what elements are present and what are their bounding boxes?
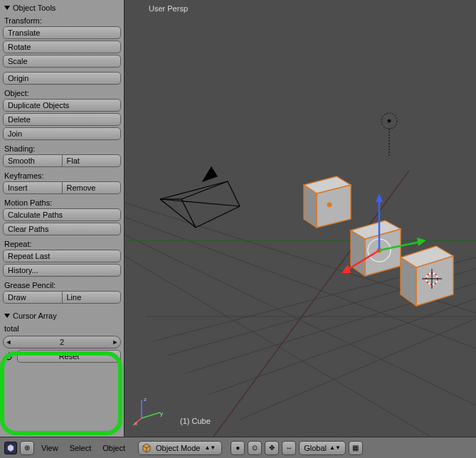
history-button[interactable]: History... (3, 264, 121, 277)
svg-line-4 (240, 319, 476, 420)
3d-viewport[interactable]: User Persp (125, 0, 476, 437)
section-label-object: Object: (3, 86, 121, 99)
orientation-dropdown[interactable]: Global ▲▼ (299, 441, 346, 455)
origin-button[interactable]: Origin (3, 72, 121, 85)
cube-1 (304, 176, 351, 228)
gp-draw-button[interactable]: Draw (3, 291, 63, 304)
calculate-paths-button[interactable]: Calculate Paths (3, 208, 121, 221)
viewport-header: ⊕ View Select Object Object Mode ▲▼ ● ⊙ … (0, 437, 476, 458)
active-object-label: (1) Cube (180, 417, 211, 425)
cube-icon (142, 443, 152, 453)
svg-point-19 (327, 203, 332, 208)
manipulator-translate-icon[interactable]: ↔ (282, 441, 296, 455)
shading-solid-icon[interactable]: ● (231, 441, 245, 455)
shade-flat-button[interactable]: Flat (63, 154, 122, 167)
editor-type-icon[interactable] (4, 442, 17, 454)
scale-button[interactable]: Scale (3, 55, 121, 68)
chevron-down-icon (4, 314, 10, 318)
increment-arrow-icon[interactable]: ► (110, 339, 120, 346)
pivot-icon[interactable]: ⊙ (248, 441, 262, 455)
section-label-transform: Transform: (3, 14, 121, 26)
keyframe-insert-button[interactable]: Insert (3, 181, 63, 194)
total-number-field[interactable]: ◄ 2 ► (3, 336, 121, 348)
decrement-arrow-icon[interactable]: ◄ (4, 339, 14, 346)
mode-dropdown[interactable]: Object Mode ▲▼ (138, 441, 222, 455)
chevron-updown-icon: ▲▼ (204, 444, 216, 451)
svg-line-13 (160, 181, 228, 199)
rotate-button[interactable]: Rotate (3, 41, 121, 53)
section-label-repeat: Repeat: (3, 237, 121, 250)
reset-button[interactable]: Reset (17, 350, 121, 363)
camera-object (160, 167, 240, 228)
expand-menus-icon[interactable]: ⊕ (20, 441, 34, 455)
panel-title: Cursor Array (13, 311, 57, 320)
svg-line-14 (160, 199, 240, 206)
translate-button[interactable]: Translate (3, 26, 121, 39)
chevron-down-icon (4, 6, 10, 10)
lamp-object (381, 113, 397, 156)
svg-point-17 (388, 119, 391, 122)
menu-select[interactable]: Select (65, 442, 96, 454)
shade-smooth-button[interactable]: Smooth (3, 154, 63, 167)
panel-title: Object Tools (13, 4, 55, 12)
svg-line-15 (160, 199, 196, 228)
repeat-last-button[interactable]: Repeat Last (3, 250, 121, 262)
duplicate-button[interactable]: Duplicate Objects (3, 99, 121, 112)
tools-sidebar: Object Tools Transform: Translate Rotate… (0, 0, 125, 437)
total-label: total (3, 321, 121, 334)
menu-view[interactable]: View (37, 442, 63, 454)
section-label-shading: Shading: (3, 142, 121, 154)
chevron-updown-icon: ▲▼ (329, 444, 341, 451)
panel-header-cursor-array[interactable]: Cursor Array (3, 309, 121, 321)
section-label-motion-paths: Motion Paths: (3, 196, 121, 208)
svg-marker-25 (417, 238, 426, 246)
section-label-keyframes: Keyframes: (3, 169, 121, 181)
mode-label: Object Mode (156, 444, 200, 452)
svg-marker-23 (376, 193, 383, 202)
total-value: 2 (14, 338, 110, 346)
menu-object[interactable]: Object (98, 442, 129, 454)
refresh-icon[interactable] (3, 351, 14, 363)
svg-line-6 (125, 256, 430, 437)
svg-line-3 (208, 299, 476, 395)
keyframe-remove-button[interactable]: Remove (63, 181, 122, 194)
join-button[interactable]: Join (3, 127, 121, 140)
orientation-label: Global (304, 444, 327, 452)
gp-line-button[interactable]: Line (63, 291, 122, 304)
clear-paths-button[interactable]: Clear Paths (3, 223, 121, 235)
viewport-scene (125, 0, 476, 437)
manipulator-toggle-icon[interactable]: ✥ (265, 441, 279, 455)
layers-icon[interactable]: ▦ (349, 441, 363, 455)
delete-button[interactable]: Delete (3, 113, 121, 126)
panel-header-object-tools[interactable]: Object Tools (3, 1, 121, 14)
section-label-grease-pencil: Grease Pencil: (3, 278, 121, 291)
